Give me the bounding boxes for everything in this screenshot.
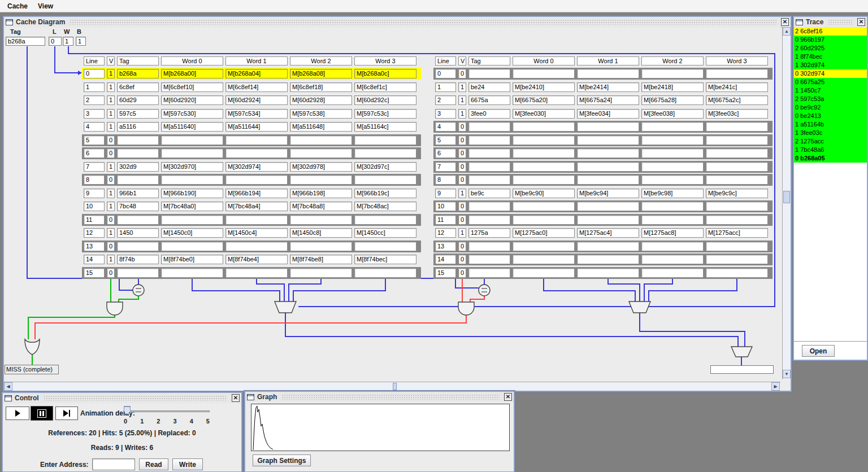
valid-bit-cell[interactable]: 0 xyxy=(107,242,115,251)
word-cell[interactable]: M[a51164c] xyxy=(354,122,416,132)
valid-bit-cell[interactable]: 1 xyxy=(458,228,466,238)
word-cell[interactable]: M[597c53c] xyxy=(354,109,416,119)
word-cell[interactable] xyxy=(225,136,288,145)
word-cell[interactable]: M[7bc48a4] xyxy=(225,202,288,211)
trace-entry[interactable]: 1 8f74bec xyxy=(794,53,867,61)
line-number-cell[interactable]: 11 xyxy=(435,215,456,225)
word-cell[interactable]: M[be2418] xyxy=(641,82,704,92)
word-cell[interactable] xyxy=(577,162,639,172)
word-cell[interactable] xyxy=(706,69,768,78)
valid-bit-cell[interactable]: 0 xyxy=(458,162,466,172)
write-button[interactable]: Write xyxy=(172,458,203,470)
scroll-up-icon[interactable]: ▲ xyxy=(783,27,791,36)
word-cell[interactable]: M[b268a08] xyxy=(290,69,352,78)
word-cell[interactable] xyxy=(354,268,416,278)
tag-cell[interactable] xyxy=(117,175,159,185)
trace-entry[interactable]: 0 966b197 xyxy=(794,36,867,44)
line-number-cell[interactable]: 2 xyxy=(84,95,105,105)
word-cell[interactable]: M[302d970] xyxy=(161,162,223,172)
trace-entry[interactable]: 2 6c8ef16 xyxy=(794,27,867,36)
word-cell[interactable] xyxy=(354,148,416,158)
tag-cell[interactable]: 1450 xyxy=(117,228,159,238)
word-cell[interactable]: M[6675a2c] xyxy=(706,95,768,105)
valid-bit-cell[interactable]: 1 xyxy=(107,162,115,172)
scroll-down-icon[interactable]: ▼ xyxy=(783,370,791,378)
word-cell[interactable]: M[be9c9c] xyxy=(706,189,768,198)
trace-entry[interactable]: 1 a51164b xyxy=(794,120,867,129)
word-cell[interactable] xyxy=(706,215,768,225)
word-cell[interactable]: M[8f74be8] xyxy=(290,255,352,264)
word-cell[interactable]: M[be9c98] xyxy=(641,189,704,198)
word-cell[interactable] xyxy=(290,136,352,145)
word-cell[interactable] xyxy=(161,136,223,145)
tag-cell[interactable] xyxy=(468,268,510,278)
tag-cell[interactable] xyxy=(468,136,510,145)
scroll-left-icon[interactable]: ◀ xyxy=(4,382,12,391)
word-cell[interactable]: M[302d978] xyxy=(290,162,352,172)
tag-cell[interactable] xyxy=(117,268,159,278)
word-cell[interactable] xyxy=(641,69,704,78)
line-number-cell[interactable]: 4 xyxy=(435,122,456,132)
valid-bit-cell[interactable]: 1 xyxy=(107,95,115,105)
word-cell[interactable]: M[597c530] xyxy=(161,109,223,119)
word-cell[interactable] xyxy=(225,242,288,251)
trace-entry[interactable]: 0 be2413 xyxy=(794,112,867,120)
line-number-cell[interactable]: 2 xyxy=(435,95,456,105)
valid-bit-cell[interactable]: 0 xyxy=(458,69,466,78)
vertical-scroll-thumb[interactable] xyxy=(783,191,790,203)
word-cell[interactable]: M[1450cc] xyxy=(354,228,416,238)
cache-diagram-titlebar[interactable]: Cache Diagram ✕ xyxy=(4,17,791,28)
valid-bit-cell[interactable]: 1 xyxy=(107,109,115,119)
valid-bit-cell[interactable]: 1 xyxy=(107,69,115,78)
valid-bit-cell[interactable]: 0 xyxy=(107,175,115,185)
word-cell[interactable] xyxy=(706,162,768,172)
line-number-cell[interactable]: 10 xyxy=(84,202,105,211)
line-number-cell[interactable]: 4 xyxy=(84,122,105,132)
word-cell[interactable]: M[302d974] xyxy=(225,162,288,172)
valid-bit-cell[interactable]: 0 xyxy=(458,122,466,132)
word-cell[interactable] xyxy=(354,242,416,251)
trace-entry[interactable]: 1 3fee03c xyxy=(794,129,867,137)
word-cell[interactable] xyxy=(513,268,575,278)
line-number-cell[interactable]: 6 xyxy=(84,148,105,158)
horizontal-scrollbar[interactable]: ◀ ▶ xyxy=(4,382,780,391)
word-cell[interactable]: M[6675a28] xyxy=(641,95,704,105)
step-button[interactable] xyxy=(55,407,78,420)
valid-bit-cell[interactable]: 0 xyxy=(458,215,466,225)
graph-titlebar[interactable]: Graph ✕ xyxy=(245,392,514,403)
line-number-cell[interactable]: 7 xyxy=(435,162,456,172)
animation-delay-slider[interactable] xyxy=(125,410,210,412)
word-cell[interactable]: M[a511648] xyxy=(290,122,352,132)
valid-bit-cell[interactable]: 1 xyxy=(107,202,115,211)
word-cell[interactable]: M[8f74be0] xyxy=(161,255,223,264)
word-cell[interactable] xyxy=(290,242,352,251)
valid-bit-cell[interactable]: 0 xyxy=(458,268,466,278)
word-cell[interactable] xyxy=(641,162,704,172)
word-cell[interactable] xyxy=(290,148,352,158)
word-cell[interactable] xyxy=(513,122,575,132)
word-cell[interactable]: M[be241c] xyxy=(706,82,768,92)
line-number-cell[interactable]: 1 xyxy=(84,82,105,92)
word-cell[interactable]: M[966b198] xyxy=(290,189,352,198)
word-cell[interactable] xyxy=(513,215,575,225)
vertical-scrollbar[interactable]: ▲ ▼ xyxy=(782,27,791,379)
word-cell[interactable]: M[b268a0c] xyxy=(354,69,416,78)
tag-cell[interactable] xyxy=(468,122,510,132)
address-input[interactable] xyxy=(92,458,135,470)
tag-cell[interactable]: be9c xyxy=(468,189,510,198)
valid-bit-cell[interactable]: 1 xyxy=(107,189,115,198)
tag-cell[interactable] xyxy=(468,255,510,264)
word-cell[interactable]: M[3fee03c] xyxy=(706,109,768,119)
trace-entry[interactable]: 1 1450c7 xyxy=(794,86,867,95)
word-cell[interactable]: M[be9c94] xyxy=(577,189,639,198)
valid-bit-cell[interactable]: 0 xyxy=(107,268,115,278)
word-cell[interactable] xyxy=(577,136,639,145)
trace-entry[interactable]: 1 7bc48a6 xyxy=(794,146,867,154)
scroll-right-icon[interactable]: ▶ xyxy=(771,382,780,391)
word-cell[interactable] xyxy=(706,148,768,158)
tag-cell[interactable]: 966b1 xyxy=(117,189,159,198)
tag-cell[interactable] xyxy=(468,148,510,158)
word-cell[interactable] xyxy=(577,122,639,132)
word-cell[interactable] xyxy=(641,122,704,132)
valid-bit-cell[interactable]: 1 xyxy=(458,82,466,92)
